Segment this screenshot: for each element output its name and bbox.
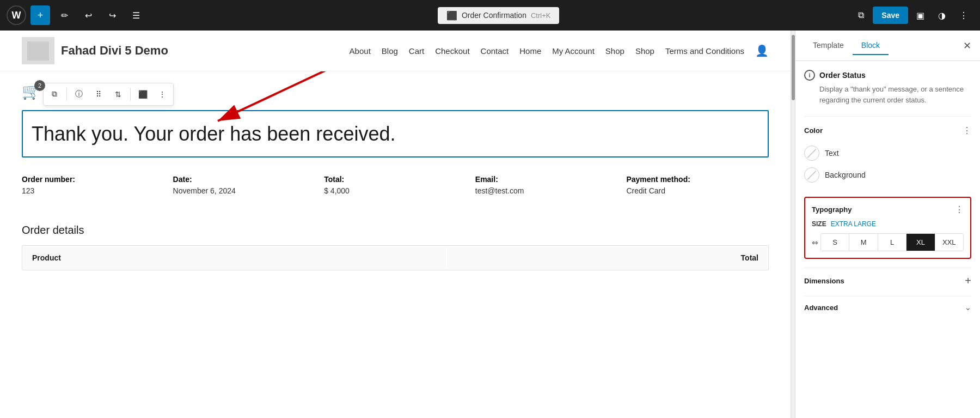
block-more-button[interactable]: ⋮ (154, 86, 171, 103)
thank-you-text: Thank you. Your order has been received. (32, 122, 759, 146)
site-logo: Fahad Divi 5 Demo (22, 37, 168, 64)
size-xl-button[interactable]: XL (906, 234, 935, 251)
block-info-button[interactable]: ⓘ (70, 86, 88, 103)
typography-header: Typography ⋮ (812, 204, 964, 215)
top-toolbar: W + ✏ ↩ ↪ ☰ ⬛ Order Confirmation Ctrl+K … (0, 0, 980, 31)
dimensions-header: Dimensions + (804, 275, 971, 287)
block-updown-button[interactable]: ⇅ (109, 86, 127, 103)
color-section-header: Color ⋮ (804, 125, 971, 136)
cart-area: 🛒 2 (22, 82, 41, 100)
order-total-value: $ 4,000 (324, 186, 350, 195)
right-panel: Template Block ✕ i Order Status Display … (795, 31, 980, 418)
color-section-title: Color (804, 126, 823, 135)
edit-button[interactable]: ✏ (54, 5, 74, 25)
block-move-button[interactable]: ⠿ (90, 86, 107, 103)
nav-home[interactable]: Home (519, 46, 541, 56)
typography-title: Typography (812, 205, 852, 214)
document-title-bar[interactable]: ⬛ Order Confirmation Ctrl+K (438, 7, 560, 24)
block-copy-button[interactable]: ⧉ (46, 86, 63, 103)
typography-section: Typography ⋮ SIZE EXTRA LARGE ⇔ S M L XL… (804, 197, 971, 259)
color-slash (807, 149, 816, 157)
size-row: SIZE EXTRA LARGE (812, 220, 964, 228)
color-bg-slash (807, 171, 816, 179)
nav-blog[interactable]: Blog (382, 46, 398, 56)
view-button[interactable]: ⧉ (851, 5, 871, 25)
color-background-row: Background (804, 164, 971, 186)
order-payment-label: Payment method: (626, 175, 769, 184)
order-total-field: Total: $ 4,000 (324, 175, 467, 196)
toolbar-divider-2 (130, 88, 131, 101)
chevron-down-icon: ⌄ (965, 303, 971, 312)
save-button[interactable]: Save (873, 7, 908, 24)
user-icon[interactable]: 👤 (755, 44, 769, 57)
nav-cart[interactable]: Cart (409, 46, 424, 56)
size-m-button[interactable]: M (849, 234, 878, 251)
nav-about[interactable]: About (350, 46, 371, 56)
advanced-title: Advanced (804, 304, 838, 312)
table-header-product: Product (23, 247, 446, 269)
scrollbar-thumb[interactable] (792, 35, 795, 100)
site-header: Fahad Divi 5 Demo About Blog Cart Checko… (0, 31, 791, 71)
order-status-section: i Order Status Display a "thank you" mes… (804, 70, 971, 105)
nav-checkout[interactable]: Checkout (435, 46, 469, 56)
block-align-button[interactable]: ⬛ (134, 86, 151, 103)
redo-button[interactable]: ↪ (102, 5, 122, 25)
info-icon: i (804, 70, 815, 81)
adjust-icon[interactable]: ⇔ (812, 238, 818, 247)
add-block-button[interactable]: + (30, 5, 50, 25)
more-options-button[interactable]: ⋮ (954, 5, 973, 25)
dimensions-add-icon[interactable]: + (965, 275, 971, 287)
thank-you-block[interactable]: Thank you. Your order has been received. (22, 110, 769, 157)
size-value: EXTRA LARGE (831, 220, 876, 228)
order-total-label: Total: (324, 175, 467, 184)
block-toolbar: ⧉ ⓘ ⠿ ⇅ ⬛ ⋮ (43, 83, 174, 106)
advanced-header[interactable]: Advanced ⌄ (804, 303, 971, 312)
wp-logo[interactable]: W (7, 5, 26, 25)
cart-badge: 2 (34, 80, 45, 91)
color-text-circle[interactable] (804, 146, 819, 161)
size-xxl-button[interactable]: XXL (935, 234, 963, 251)
keyboard-shortcut: Ctrl+K (531, 11, 550, 20)
order-details-title: Order details (22, 224, 769, 237)
order-email-field: Email: test@test.com (475, 175, 618, 196)
svg-rect-0 (27, 41, 49, 60)
dimensions-section: Dimensions + (804, 268, 971, 287)
nav-shop-1[interactable]: Shop (605, 46, 624, 56)
site-navigation: About Blog Cart Checkout Contact Home My… (350, 44, 769, 57)
scrollbar[interactable] (791, 31, 795, 418)
color-text-row: Text (804, 142, 971, 164)
color-text-label: Text (825, 149, 839, 157)
tab-template[interactable]: Template (804, 37, 853, 55)
dimensions-title: Dimensions (804, 277, 844, 285)
order-table: Product Total (22, 245, 769, 270)
size-buttons: S M L XL XXL (820, 233, 964, 251)
order-status-description: Display a "thank you" message, or a sent… (804, 84, 971, 105)
toolbar-divider (66, 88, 67, 101)
list-view-button[interactable]: ☰ (126, 5, 146, 25)
tab-block[interactable]: Block (853, 37, 889, 55)
color-more-icon[interactable]: ⋮ (963, 125, 971, 136)
layout-button[interactable]: ▣ (910, 5, 930, 25)
document-icon: ⬛ (446, 10, 457, 21)
order-date-label: Date: (173, 175, 316, 184)
panel-close-button[interactable]: ✕ (963, 40, 971, 52)
color-bg-circle[interactable] (804, 167, 819, 183)
order-email-value: test@test.com (475, 186, 524, 195)
size-s-button[interactable]: S (821, 234, 849, 251)
nav-contact[interactable]: Contact (481, 46, 509, 56)
site-title: Fahad Divi 5 Demo (61, 44, 168, 58)
advanced-section: Advanced ⌄ (804, 296, 971, 312)
undo-button[interactable]: ↩ (78, 5, 98, 25)
order-number-value: 123 (22, 186, 34, 195)
typography-more-icon[interactable]: ⋮ (955, 204, 964, 215)
nav-my-account[interactable]: My Account (552, 46, 595, 56)
order-number-label: Order number: (22, 175, 164, 184)
size-l-button[interactable]: L (878, 234, 906, 251)
panel-content: i Order Status Display a "thank you" mes… (795, 61, 980, 418)
order-date-value: November 6, 2024 (173, 186, 236, 195)
nav-shop-2[interactable]: Shop (635, 46, 654, 56)
table-header-total: Total (447, 247, 767, 269)
nav-terms[interactable]: Terms and Conditions (665, 46, 744, 56)
logo-image (22, 37, 54, 64)
contrast-button[interactable]: ◑ (932, 5, 952, 25)
